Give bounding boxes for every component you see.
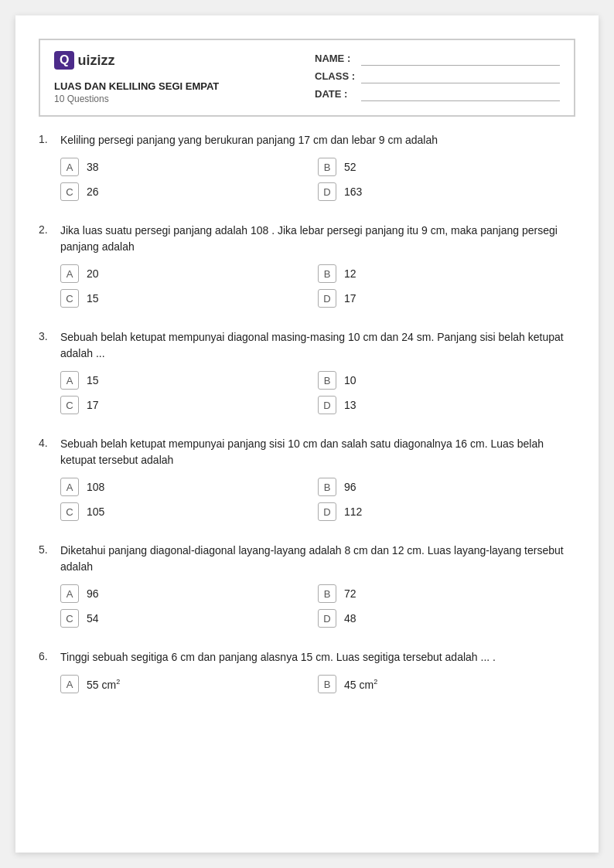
class-field-row: CLASS :	[315, 70, 560, 83]
option-3d-value: 13	[344, 399, 356, 411]
option-1b-letter: B	[318, 158, 336, 176]
question-6: 6. Tinggi sebuah segitiga 6 cm dan panja…	[39, 649, 575, 693]
option-2d-value: 17	[344, 292, 356, 305]
option-1b-value: 52	[344, 161, 356, 173]
questions-area: 1. Keliling persegi panjang yang berukur…	[15, 132, 599, 693]
option-5b-letter: B	[318, 584, 336, 603]
question-2-number: 2.	[39, 223, 60, 236]
option-3a-value: 15	[87, 374, 99, 386]
option-5c[interactable]: C 54	[60, 609, 318, 628]
question-4-row: 4. Sebuah belah ketupat mempunyai panjan…	[39, 436, 575, 468]
option-4c[interactable]: C 105	[60, 502, 318, 521]
header-left: Q uizizz LUAS DAN KELILING SEGI EMPAT 10…	[54, 51, 299, 104]
question-3-options: A 15 B 10 C 17 D 13	[60, 371, 575, 414]
option-4b-letter: B	[318, 478, 336, 496]
option-1d-value: 163	[344, 186, 362, 198]
option-1c-letter: C	[60, 182, 79, 201]
option-4a-letter: A	[60, 478, 79, 496]
question-1: 1. Keliling persegi panjang yang berukur…	[39, 132, 575, 201]
option-2c-value: 15	[87, 292, 99, 305]
question-5: 5. Diketahui panjang diagonal-diagonal l…	[39, 543, 575, 628]
question-6-text: Tinggi sebuah segitiga 6 cm dan panjang …	[60, 649, 575, 665]
question-4: 4. Sebuah belah ketupat mempunyai panjan…	[39, 436, 575, 521]
question-3: 3. Sebuah belah ketupat mempunyai diagon…	[39, 329, 575, 414]
option-3a-letter: A	[60, 371, 79, 390]
option-3b-letter: B	[318, 371, 336, 390]
option-3d-letter: D	[318, 396, 336, 414]
option-3b-value: 10	[344, 374, 356, 386]
option-4d[interactable]: D 112	[318, 502, 575, 521]
option-6a-letter: A	[60, 675, 79, 693]
option-4c-letter: C	[60, 502, 79, 521]
question-6-options: A 55 cm2 B 45 cm2	[60, 675, 575, 693]
question-5-number: 5.	[39, 543, 60, 556]
question-2-options: A 20 B 12 C 15 D 17	[60, 264, 575, 308]
question-3-number: 3.	[39, 329, 60, 342]
page: Q uizizz LUAS DAN KELILING SEGI EMPAT 10…	[15, 15, 599, 853]
class-line	[361, 70, 560, 83]
option-5b[interactable]: B 72	[318, 584, 575, 603]
name-label: NAME :	[315, 53, 361, 64]
option-4b[interactable]: B 96	[318, 478, 575, 496]
option-2c[interactable]: C 15	[60, 289, 318, 308]
date-line	[361, 87, 560, 101]
option-1a[interactable]: A 38	[60, 158, 318, 176]
question-2-row: 2. Jika luas suatu persegi panjang adala…	[39, 223, 575, 255]
option-4a[interactable]: A 108	[60, 478, 318, 496]
option-1b[interactable]: B 52	[318, 158, 575, 176]
question-6-row: 6. Tinggi sebuah segitiga 6 cm dan panja…	[39, 649, 575, 665]
option-4b-value: 96	[344, 481, 356, 493]
option-3c-value: 17	[87, 399, 99, 411]
option-4d-value: 112	[344, 505, 362, 518]
question-2: 2. Jika luas suatu persegi panjang adala…	[39, 223, 575, 308]
option-2a-value: 20	[87, 267, 99, 280]
option-5c-letter: C	[60, 609, 79, 628]
question-3-text: Sebuah belah ketupat mempunyai diagonal …	[60, 329, 575, 362]
option-3c[interactable]: C 17	[60, 396, 318, 414]
option-5d-value: 48	[344, 612, 356, 625]
option-6a[interactable]: A 55 cm2	[60, 675, 318, 693]
option-5a-letter: A	[60, 584, 79, 603]
option-5d[interactable]: D 48	[318, 609, 575, 628]
option-2d[interactable]: D 17	[318, 289, 575, 308]
option-3a[interactable]: A 15	[60, 371, 318, 390]
option-4d-letter: D	[318, 502, 336, 521]
date-label: DATE :	[315, 88, 361, 100]
header-right: NAME : CLASS : DATE :	[299, 51, 560, 104]
question-5-text: Diketahui panjang diagonal-diagonal laya…	[60, 543, 575, 575]
question-1-row: 1. Keliling persegi panjang yang berukur…	[39, 132, 575, 148]
question-4-text: Sebuah belah ketupat mempunyai panjang s…	[60, 436, 575, 468]
question-6-number: 6.	[39, 649, 60, 662]
question-4-number: 4.	[39, 436, 60, 449]
option-3d[interactable]: D 13	[318, 396, 575, 414]
option-2b-value: 12	[344, 267, 356, 280]
name-field-row: NAME :	[315, 52, 560, 66]
option-2a[interactable]: A 20	[60, 264, 318, 283]
option-1a-value: 38	[87, 161, 99, 173]
option-5a[interactable]: A 96	[60, 584, 318, 603]
quiz-title: LUAS DAN KELILING SEGI EMPAT	[54, 80, 299, 92]
option-5d-letter: D	[318, 609, 336, 628]
option-2b[interactable]: B 12	[318, 264, 575, 283]
option-1c[interactable]: C 26	[60, 182, 318, 201]
option-2a-letter: A	[60, 264, 79, 283]
option-1d-letter: D	[318, 182, 336, 201]
option-1c-value: 26	[87, 186, 99, 198]
option-2c-letter: C	[60, 289, 79, 308]
logo-icon: Q	[54, 51, 74, 70]
option-5c-value: 54	[87, 612, 99, 625]
option-1d[interactable]: D 163	[318, 182, 575, 201]
option-1a-letter: A	[60, 158, 79, 176]
question-5-row: 5. Diketahui panjang diagonal-diagonal l…	[39, 543, 575, 575]
option-3b[interactable]: B 10	[318, 371, 575, 390]
option-6a-value: 55 cm2	[87, 678, 120, 691]
option-6b[interactable]: B 45 cm2	[318, 675, 575, 693]
option-6b-letter: B	[318, 675, 336, 693]
class-label: CLASS :	[315, 70, 361, 82]
option-5b-value: 72	[344, 587, 356, 600]
quiz-questions: 10 Questions	[54, 94, 299, 104]
option-4a-value: 108	[87, 481, 104, 493]
option-2d-letter: D	[318, 289, 336, 308]
question-4-options: A 108 B 96 C 105 D 112	[60, 478, 575, 521]
option-5a-value: 96	[87, 587, 99, 600]
